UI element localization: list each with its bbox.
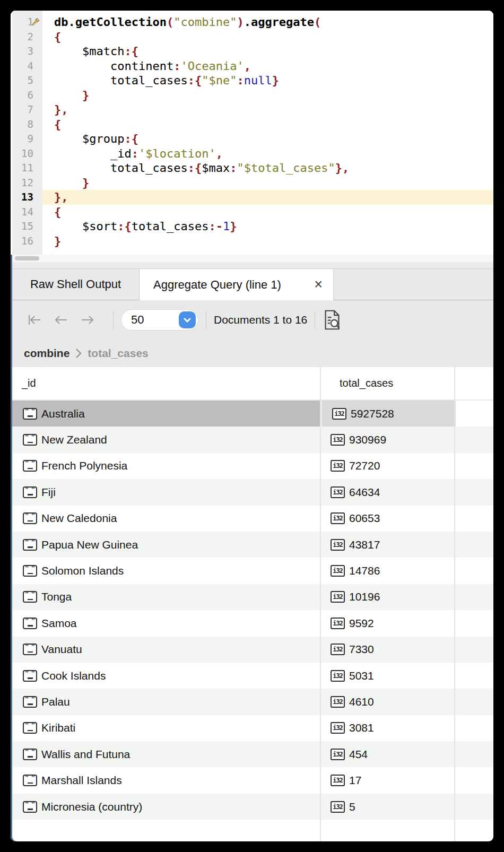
total-cases-cell[interactable]: i325 xyxy=(320,794,454,820)
id-cell[interactable]: ""French Polynesia xyxy=(12,453,320,479)
id-cell[interactable]: ""Micronesia (country) xyxy=(12,794,320,820)
result-tab-bar: Raw Shell OutputAggregate Query (line 1)… xyxy=(12,268,493,300)
table-row[interactable]: ""Australiai325927528 xyxy=(12,401,493,427)
table-row[interactable]: ""New Caledoniai3260653 xyxy=(12,506,493,532)
total-cases-value: 930969 xyxy=(349,433,386,446)
previous-page-button[interactable] xyxy=(53,312,69,327)
table-row[interactable]: ""Papua New Guineai3243817 xyxy=(12,532,493,558)
id-cell[interactable]: ""Australia xyxy=(12,401,321,427)
table-row[interactable]: ""Kiribatii323081 xyxy=(12,715,493,741)
id-value: Micronesia (country) xyxy=(41,801,142,813)
string-type-icon: "" xyxy=(23,565,37,577)
scrollbar-thumb[interactable] xyxy=(15,256,39,260)
total-cases-value: 454 xyxy=(349,748,368,761)
table-row[interactable]: ""French Polynesiai3272720 xyxy=(12,453,493,479)
column-header-total-cases[interactable]: total_cases xyxy=(328,377,393,389)
code-line[interactable]: { xyxy=(42,205,493,220)
total-cases-cell[interactable]: i3214786 xyxy=(320,558,454,584)
table-row[interactable]: ""Solomon Islandsi3214786 xyxy=(12,558,493,584)
code-line[interactable]: $group:{ xyxy=(42,132,493,146)
id-cell[interactable]: ""Cook Islands xyxy=(12,663,320,689)
code-line[interactable]: } xyxy=(42,88,493,103)
table-row[interactable]: ""Tongai3210196 xyxy=(12,584,493,610)
aggregate-query-editor[interactable]: 12345678910111213141516 db.getCollection… xyxy=(11,11,493,255)
total-cases-cell[interactable]: i3210196 xyxy=(320,584,454,610)
total-cases-value: 72720 xyxy=(349,459,380,472)
line-number: 13 xyxy=(12,190,33,205)
id-cell[interactable]: ""New Caledonia xyxy=(12,506,320,532)
total-cases-cell[interactable]: i329592 xyxy=(320,610,454,636)
code-line[interactable]: { xyxy=(42,30,493,45)
editor-code-area[interactable]: db.getCollection("combine").aggregate({ … xyxy=(42,11,493,255)
code-line[interactable]: } xyxy=(42,234,493,249)
breadcrumb-field[interactable]: total_cases xyxy=(88,347,148,360)
id-cell[interactable]: ""Fiji xyxy=(12,479,320,505)
id-cell[interactable]: ""Tonga xyxy=(12,584,320,610)
next-page-button[interactable] xyxy=(79,312,96,327)
table-row[interactable]: ""Cook Islandsi325031 xyxy=(12,663,493,689)
total-cases-cell[interactable]: i3243817 xyxy=(320,532,454,558)
total-cases-cell[interactable]: i3264634 xyxy=(320,479,454,505)
table-row[interactable]: ""Fijii3264634 xyxy=(12,479,493,505)
dropdown-button[interactable] xyxy=(179,311,196,328)
editor-horizontal-scrollbar[interactable] xyxy=(12,255,493,262)
total-cases-cell[interactable]: i32454 xyxy=(320,741,454,767)
int32-type-icon: i32 xyxy=(331,722,345,734)
code-line[interactable]: { xyxy=(42,117,493,132)
empty-cell xyxy=(454,794,493,820)
table-row[interactable]: ""Samoai329592 xyxy=(12,610,493,636)
id-cell[interactable]: ""Wallis and Futuna xyxy=(12,741,320,767)
code-line[interactable]: _id:'$location', xyxy=(42,146,493,161)
id-cell[interactable]: ""Marshall Islands xyxy=(12,767,320,793)
table-row[interactable]: ""New Zealandi32930969 xyxy=(12,427,493,453)
id-cell[interactable]: ""Papua New Guinea xyxy=(12,532,320,558)
id-cell[interactable]: ""Samoa xyxy=(12,610,320,636)
total-cases-cell[interactable]: i324610 xyxy=(320,689,454,715)
tab-label: Aggregate Query (line 1) xyxy=(153,278,281,292)
table-row[interactable]: ""Vanuatui327330 xyxy=(12,637,493,663)
table-row[interactable]: ""Micronesia (country)i325 xyxy=(12,794,493,820)
total-cases-cell[interactable]: i323081 xyxy=(320,715,454,741)
id-value: Marshall Islands xyxy=(41,774,122,787)
page-size-value: 50 xyxy=(131,313,144,327)
total-cases-cell[interactable]: i3217 xyxy=(320,767,454,793)
total-cases-cell[interactable]: i32930969 xyxy=(320,427,454,453)
string-type-icon: "" xyxy=(23,722,37,734)
tab-raw-shell-output[interactable]: Raw Shell Output xyxy=(12,269,140,300)
first-page-button[interactable] xyxy=(26,312,43,327)
total-cases-cell[interactable]: i3272720 xyxy=(320,453,454,479)
id-cell[interactable]: ""Kiribati xyxy=(12,715,320,741)
code-line[interactable]: total_cases:{"$ne":null} xyxy=(42,73,493,88)
breadcrumb: combine total_cases xyxy=(12,340,493,367)
code-line[interactable]: }, xyxy=(42,190,493,205)
column-header-id[interactable]: _id xyxy=(12,377,328,389)
tab-aggregate-query-line-1-[interactable]: Aggregate Query (line 1)× xyxy=(140,269,334,300)
id-cell[interactable]: ""Palau xyxy=(12,689,320,715)
code-line[interactable]: $match:{ xyxy=(42,44,493,59)
total-cases-cell[interactable]: i325031 xyxy=(320,663,454,689)
document-search-icon[interactable] xyxy=(323,309,342,331)
code-line[interactable]: }, xyxy=(42,102,493,117)
code-line[interactable]: } xyxy=(42,176,493,190)
code-line[interactable]: total_cases:{$max:"$total_cases"}, xyxy=(42,161,493,176)
line-number: 16 xyxy=(12,234,33,249)
close-tab-icon[interactable]: × xyxy=(314,277,323,292)
code-line[interactable]: continent:'Oceania', xyxy=(42,59,493,74)
total-cases-cell[interactable]: i327330 xyxy=(320,637,454,663)
code-line[interactable]: $sort:{total_cases:-1} xyxy=(42,219,493,234)
table-row[interactable]: ""Palaui324610 xyxy=(12,689,493,715)
id-cell[interactable]: ""New Zealand xyxy=(12,427,320,453)
code-line[interactable]: db.getCollection("combine").aggregate( xyxy=(42,15,493,30)
line-number: 12 xyxy=(12,176,33,190)
breadcrumb-collection[interactable]: combine xyxy=(24,347,69,360)
int32-type-icon: i32 xyxy=(331,591,345,603)
total-cases-cell[interactable]: i325927528 xyxy=(321,401,456,427)
id-cell[interactable]: ""Vanuatu xyxy=(12,637,320,663)
id-value: Fiji xyxy=(41,486,56,499)
total-cases-cell[interactable]: i3260653 xyxy=(320,506,454,532)
page-size-dropdown[interactable]: 50 xyxy=(121,309,198,331)
table-row[interactable]: ""Marshall Islandsi3217 xyxy=(12,767,493,793)
table-row[interactable]: ""Wallis and Futunai32454 xyxy=(12,741,493,767)
line-number: 5 xyxy=(12,73,33,88)
id-cell[interactable]: ""Solomon Islands xyxy=(12,558,320,584)
